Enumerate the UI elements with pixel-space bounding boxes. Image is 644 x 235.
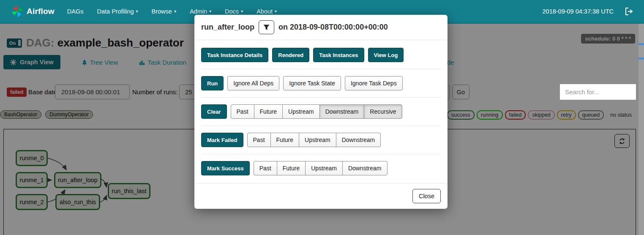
clear-past-toggle[interactable]: Past	[231, 104, 254, 119]
rendered-button[interactable]: Rendered	[272, 48, 309, 62]
clear-downstream-toggle[interactable]: Downstream	[319, 104, 365, 119]
modal-task-name: run_after_loop	[201, 23, 254, 32]
utc-clock: 2018-09-09 04:37:38 UTC	[543, 8, 614, 15]
mark-success-upstream-toggle[interactable]: Upstream	[305, 161, 343, 175]
clear-options-group: Past Future Upstream Downstream Recursiv…	[231, 104, 402, 119]
divider	[201, 126, 441, 126]
navbar-right: 2018-09-09 04:37:38 UTC	[543, 7, 644, 16]
mark-failed-downstream-toggle[interactable]: Downstream	[336, 133, 381, 147]
mark-success-downstream-toggle[interactable]: Downstream	[342, 161, 387, 175]
mark-failed-options-group: Past Future Upstream Downstream	[247, 133, 381, 147]
task-instance-details-button[interactable]: Task Instance Details	[201, 48, 268, 62]
caret-down-icon: ▾	[275, 9, 277, 14]
clear-row: Clear Past Future Upstream Downstream Re…	[201, 104, 441, 119]
mark-failed-future-toggle[interactable]: Future	[270, 133, 299, 147]
ignore-all-deps-button[interactable]: Ignore All Deps	[227, 76, 279, 90]
mark-success-row: Mark Success Past Future Upstream Downst…	[201, 161, 441, 175]
ignore-task-state-button[interactable]: Ignore Task State	[283, 76, 341, 90]
nav-item-dags[interactable]: DAGs	[60, 0, 90, 23]
funnel-icon	[263, 25, 270, 30]
mark-success-options-group: Past Future Upstream Downstream	[254, 161, 387, 175]
caret-down-icon: ▾	[241, 9, 243, 14]
nav-item-label: About	[257, 8, 273, 15]
search-input[interactable]	[560, 84, 636, 100]
nav-item-label: Admin	[190, 8, 207, 15]
airflow-brand[interactable]: Airflow	[0, 5, 60, 18]
clear-upstream-toggle[interactable]: Upstream	[282, 104, 320, 119]
mark-success-button[interactable]: Mark Success	[201, 161, 250, 175]
nav-item-label: Docs	[225, 8, 239, 15]
divider	[201, 154, 441, 154]
divider	[201, 69, 441, 69]
logout-icon[interactable]	[625, 7, 634, 16]
task-instance-modal: run_after_loop on 2018-09-08T00:00:00+00…	[194, 15, 448, 209]
nav-item-label: Browse	[152, 8, 172, 15]
mark-failed-row: Mark Failed Past Future Upstream Downstr…	[201, 133, 441, 147]
mark-failed-button[interactable]: Mark Failed	[201, 133, 243, 147]
nav-item-label: DAGs	[67, 8, 84, 15]
run-button[interactable]: Run	[201, 76, 224, 90]
caret-down-icon: ▾	[136, 9, 138, 14]
nav-item-browse[interactable]: Browse ▾	[145, 0, 183, 23]
scrollbar-marker	[639, 43, 644, 45]
nav-item-label: Data Profiling	[97, 8, 134, 15]
nav-item-data-profiling[interactable]: Data Profiling ▾	[90, 0, 145, 23]
close-button[interactable]: Close	[412, 189, 441, 203]
modal-execution-date: on 2018-09-08T00:00:00+00:00	[278, 23, 388, 32]
mark-success-past-toggle[interactable]: Past	[254, 161, 277, 175]
run-row: Run Ignore All Deps Ignore Task State Ig…	[201, 76, 441, 90]
brand-name: Airflow	[27, 7, 55, 16]
view-log-button[interactable]: View Log	[368, 48, 404, 62]
clear-recursive-toggle[interactable]: Recursive	[364, 104, 402, 119]
scrollbar[interactable]	[639, 24, 644, 235]
scrollbar-marker	[639, 57, 644, 60]
airflow-pinwheel-logo-icon	[11, 5, 24, 18]
modal-body: Task Instance Details Rendered Task Inst…	[194, 40, 448, 175]
caret-down-icon: ▾	[174, 9, 176, 14]
ignore-task-deps-button[interactable]: Ignore Task Deps	[345, 76, 403, 90]
filter-button[interactable]	[259, 20, 274, 34]
modal-header: run_after_loop on 2018-09-08T00:00:00+00…	[194, 15, 448, 40]
task-instances-button[interactable]: Task Instances	[313, 48, 364, 62]
clear-button[interactable]: Clear	[201, 104, 227, 119]
mark-success-future-toggle[interactable]: Future	[277, 161, 306, 175]
action-links-row: Task Instance Details Rendered Task Inst…	[201, 48, 441, 62]
mark-failed-past-toggle[interactable]: Past	[247, 133, 271, 147]
mark-failed-upstream-toggle[interactable]: Upstream	[299, 133, 336, 147]
divider	[201, 97, 441, 98]
caret-down-icon: ▾	[209, 9, 211, 14]
clear-future-toggle[interactable]: Future	[254, 104, 283, 119]
modal-footer: Close	[194, 183, 448, 209]
